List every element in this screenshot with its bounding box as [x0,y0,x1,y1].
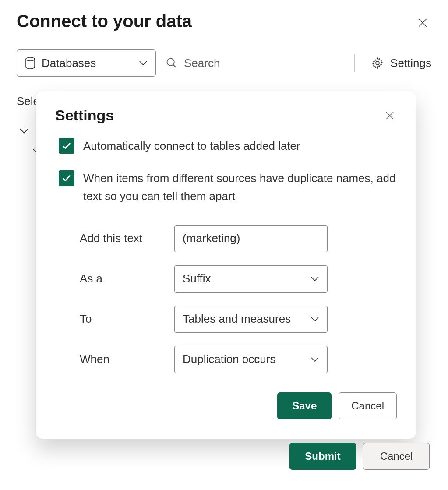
gear-icon [371,56,384,70]
svg-point-3 [167,59,174,66]
when-label: When [80,353,174,366]
save-button[interactable]: Save [277,392,332,419]
search-icon [166,57,178,69]
check-icon [62,173,71,183]
submit-button[interactable]: Submit [289,443,356,470]
settings-label: Settings [390,56,431,70]
toolbar-divider [354,54,355,72]
page-cancel-button[interactable]: Cancel [363,443,430,470]
chevron-down-icon [139,60,148,66]
as-a-label: As a [80,272,174,286]
as-a-value: Suffix [183,272,211,286]
search-button[interactable]: Search [166,56,220,70]
check-icon [62,141,71,151]
add-text-label: Add this text [80,232,174,245]
when-value: Duplication occurs [183,353,275,366]
as-a-select[interactable]: Suffix [174,265,328,293]
modal-cancel-button[interactable]: Cancel [339,392,397,419]
datasource-label: Databases [42,56,133,70]
svg-point-2 [26,57,35,61]
chevron-down-icon [310,317,319,322]
page-title: Connect to your data [17,11,192,31]
datasource-dropdown[interactable]: Databases [17,49,156,77]
page-actions: Submit Cancel [289,443,430,470]
modal-title: Settings [55,107,114,124]
close-button[interactable] [416,16,430,30]
settings-modal: Settings Automatically connect to tables… [36,91,416,439]
to-label: To [80,312,174,326]
when-select[interactable]: Duplication occurs [174,346,328,373]
chevron-down-icon[interactable] [19,128,29,134]
duplicate-names-checkbox[interactable] [59,170,74,186]
add-text-input[interactable] [174,225,328,252]
close-icon [385,110,395,121]
modal-close-button[interactable] [383,109,397,123]
auto-connect-label: Automatically connect to tables added la… [83,137,300,155]
settings-button[interactable]: Settings [371,56,431,70]
duplicate-names-label: When items from different sources have d… [83,169,397,205]
to-select[interactable]: Tables and measures [174,306,328,333]
auto-connect-checkbox[interactable] [59,138,74,154]
svg-line-4 [173,65,176,68]
search-label: Search [184,56,220,70]
chevron-down-icon [310,357,319,362]
database-icon [25,57,35,69]
to-value: Tables and measures [183,312,291,326]
chevron-down-icon [310,276,319,282]
svg-point-5 [376,61,379,65]
toolbar: Databases Search Settings [17,49,431,77]
close-icon [417,17,428,28]
